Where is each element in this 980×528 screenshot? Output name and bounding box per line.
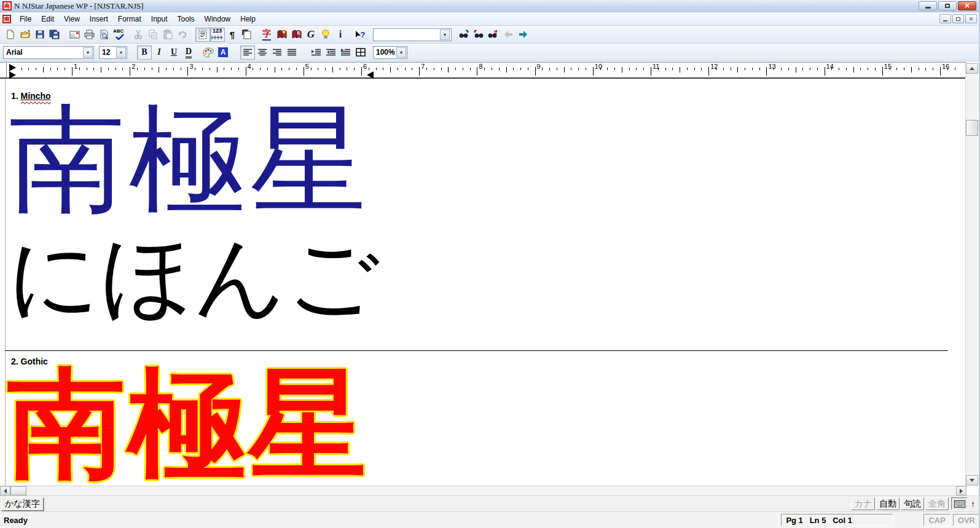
- ruler-tick: [332, 67, 333, 73]
- horizontal-scroll-thumb[interactable]: [10, 486, 26, 495]
- find-input[interactable]: [374, 30, 440, 40]
- font-combo-arrow[interactable]: ▼: [83, 47, 93, 58]
- highlight-color-button[interactable]: A: [216, 45, 230, 60]
- ruler-tick: [831, 68, 832, 70]
- menu-item-format[interactable]: Format: [113, 13, 146, 25]
- ruler-tick: [369, 68, 369, 70]
- menu-item-file[interactable]: File: [15, 13, 36, 25]
- outline-view-button[interactable]: [195, 28, 210, 42]
- insert-table-button[interactable]: [353, 45, 368, 60]
- size-combo[interactable]: 12 ▼: [99, 46, 127, 59]
- zoom-combo-arrow[interactable]: ▼: [396, 47, 406, 58]
- radical-lookup-button[interactable]: [318, 28, 333, 42]
- align-right-button[interactable]: [270, 45, 284, 60]
- menu-item-insert[interactable]: Insert: [85, 13, 113, 25]
- google-lookup-button[interactable]: G: [304, 28, 318, 42]
- ruler-tick: [607, 68, 608, 70]
- context-help-button[interactable]: ?: [353, 28, 367, 42]
- spell-check-button[interactable]: ABC: [111, 28, 126, 42]
- italic-button[interactable]: I: [152, 45, 167, 60]
- save-all-icon: [49, 30, 60, 39]
- menu-item-window[interactable]: Window: [200, 13, 236, 25]
- size-combo-arrow[interactable]: ▼: [116, 47, 126, 58]
- menu-item-edit[interactable]: Edit: [36, 13, 59, 25]
- char-convert-button[interactable]: 字: [259, 28, 274, 42]
- print-button[interactable]: [82, 28, 96, 42]
- restore-button[interactable]: [938, 1, 957, 10]
- right-indent-marker[interactable]: [367, 71, 374, 79]
- print-preview-button[interactable]: [96, 28, 111, 42]
- virtual-keyboard-button[interactable]: [951, 497, 968, 510]
- back-button[interactable]: [501, 28, 515, 42]
- save-button[interactable]: [33, 28, 47, 42]
- menu-item-help[interactable]: Help: [235, 13, 261, 25]
- zoom-combo[interactable]: 100% ▼: [373, 46, 407, 59]
- forward-button[interactable]: [515, 28, 530, 42]
- document-area[interactable]: 1. Mincho 南極星 にほんご 2. Gothic 南極星: [0, 79, 980, 486]
- app-icon[interactable]: 南: [2, 1, 12, 10]
- horizontal-scrollbar[interactable]: [0, 486, 966, 495]
- first-line-indent-button[interactable]: [339, 45, 353, 60]
- scroll-up-button[interactable]: [966, 63, 978, 74]
- menu-item-input[interactable]: Input: [146, 13, 173, 25]
- email-button[interactable]: [67, 28, 82, 42]
- first-line-indent-marker[interactable]: [9, 64, 16, 71]
- save-all-button[interactable]: [47, 28, 62, 42]
- scroll-down-button[interactable]: [966, 475, 978, 486]
- page-layout-icon: [242, 30, 252, 39]
- font-combo[interactable]: Arial ▼: [3, 46, 94, 59]
- underline-button[interactable]: U: [167, 45, 181, 60]
- document-icon[interactable]: 南: [2, 15, 11, 23]
- vertical-scroll-thumb[interactable]: [966, 120, 978, 136]
- ruler-tick: [672, 68, 673, 70]
- jp-dictionary-button[interactable]: [274, 28, 289, 42]
- find-combo[interactable]: ▼: [373, 28, 452, 41]
- bold-button[interactable]: B: [137, 45, 152, 60]
- ruler-tick: [708, 67, 709, 76]
- double-underline-button[interactable]: D: [181, 45, 196, 60]
- find-combo-arrow[interactable]: ▼: [440, 30, 450, 40]
- menu-item-view[interactable]: View: [59, 13, 85, 25]
- align-justify-icon: [288, 49, 297, 57]
- close-button[interactable]: ✕: [958, 1, 976, 10]
- ime-mode-button[interactable]: かな漢字: [1, 497, 44, 511]
- vertical-scrollbar[interactable]: [965, 63, 978, 486]
- open-button[interactable]: [18, 28, 33, 42]
- ime-up-arrow-icon[interactable]: ↑: [971, 499, 975, 509]
- scroll-right-button[interactable]: [956, 486, 966, 495]
- arrow-up-icon: [970, 67, 974, 70]
- ime-toggle-句読[interactable]: 句読: [901, 497, 924, 510]
- line-numbers-button[interactable]: 123: [210, 28, 225, 42]
- cut-button[interactable]: [131, 28, 146, 42]
- undo-button[interactable]: [175, 28, 190, 42]
- find-previous-button[interactable]: [471, 28, 486, 42]
- ime-toggle-カナ[interactable]: カナ: [851, 497, 875, 510]
- align-center-button[interactable]: [255, 45, 270, 60]
- find-replace-button[interactable]: [486, 28, 501, 42]
- paste-button[interactable]: [160, 28, 175, 42]
- indent-decrease-button[interactable]: [324, 45, 339, 60]
- font-color-button[interactable]: [201, 45, 216, 60]
- mdi-close-button[interactable]: ✕: [965, 14, 977, 23]
- align-left-button[interactable]: [240, 45, 255, 60]
- indent-increase-button[interactable]: [309, 45, 324, 60]
- document-page[interactable]: 1. Mincho 南極星 にほんご 2. Gothic 南極星: [0, 79, 980, 486]
- scroll-left-button[interactable]: [0, 486, 10, 495]
- mdi-restore-button[interactable]: [952, 14, 964, 23]
- copy-button[interactable]: [146, 28, 160, 42]
- mdi-minimize-button[interactable]: [939, 14, 951, 23]
- info-button[interactable]: i: [333, 28, 348, 42]
- en-dictionary-button[interactable]: E: [289, 28, 304, 42]
- ime-toggle-自動[interactable]: 自動: [876, 497, 900, 510]
- ruler-tick: [361, 67, 362, 76]
- align-justify-button[interactable]: [284, 45, 299, 60]
- left-indent-marker[interactable]: [9, 71, 16, 79]
- page-layout-button[interactable]: [240, 28, 254, 42]
- menu-item-tools[interactable]: Tools: [173, 13, 200, 25]
- find-next-button[interactable]: [457, 28, 471, 42]
- minimize-button[interactable]: [919, 1, 937, 10]
- jp-dictionary-icon: [276, 30, 287, 39]
- ime-toggle-全角[interactable]: 全角: [925, 497, 949, 510]
- new-document-button[interactable]: [3, 28, 18, 42]
- formatting-marks-button[interactable]: ¶: [225, 28, 240, 42]
